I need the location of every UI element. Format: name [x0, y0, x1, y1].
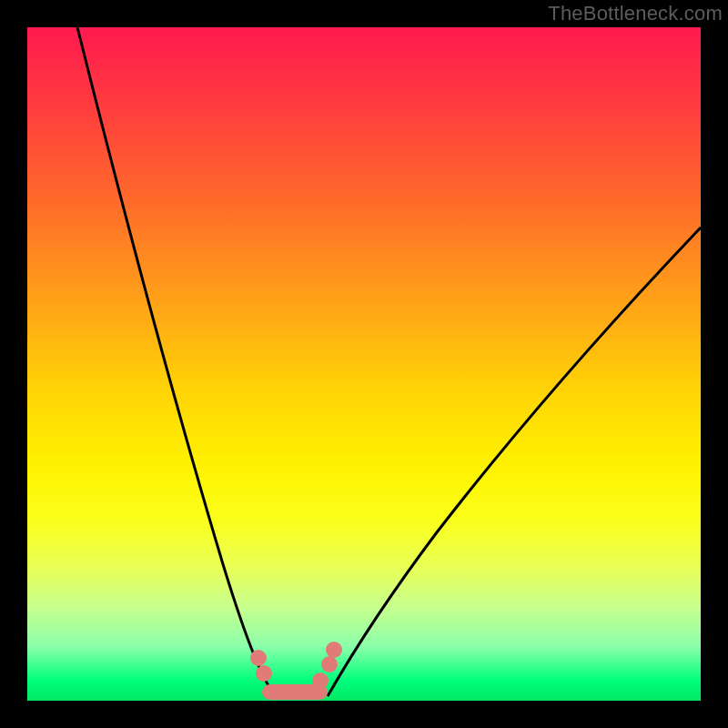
svg-point-5	[326, 642, 342, 658]
chart-frame: TheBottleneck.com	[0, 0, 728, 728]
svg-point-1	[256, 665, 272, 682]
plot-area	[27, 27, 701, 701]
svg-point-4	[321, 656, 338, 672]
valley-blob	[250, 642, 342, 700]
right-curve	[328, 228, 701, 696]
svg-point-3	[312, 672, 329, 689]
svg-point-0	[250, 650, 267, 666]
curve-layer	[27, 27, 701, 701]
left-curve	[77, 27, 275, 696]
watermark-text: TheBottleneck.com	[548, 2, 723, 25]
